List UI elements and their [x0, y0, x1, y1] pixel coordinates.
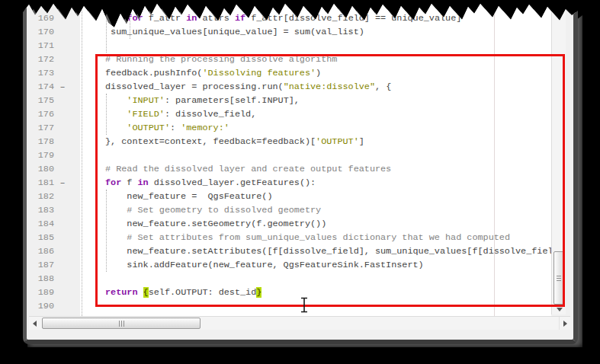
code-line-170[interactable]: sum_unique_values[unique_value] = sum(va… — [80, 25, 551, 39]
scroll-left-button[interactable] — [29, 317, 40, 330]
fold-margin — [54, 148, 71, 162]
red-annotation-rectangle — [95, 54, 565, 307]
triangle-down-icon — [557, 308, 563, 311]
line-number: 180 — [27, 162, 54, 176]
triangle-left-icon — [33, 321, 37, 327]
gutter-row: 175 — [27, 94, 80, 107]
line-number: 176 — [27, 107, 54, 121]
gutter-row: 183 — [27, 203, 80, 217]
gutter-row: 173 — [27, 66, 80, 80]
triangle-right-icon — [563, 321, 567, 327]
gutter-row: 181– — [27, 176, 80, 190]
line-number: 170 — [27, 25, 54, 39]
fold-margin — [54, 11, 71, 25]
line-number: 182 — [27, 190, 54, 203]
fold-margin — [54, 107, 71, 121]
line-number: 179 — [27, 148, 54, 162]
line-number: 185 — [27, 231, 54, 244]
line-number: 175 — [27, 94, 54, 107]
line-number: 169 — [27, 11, 54, 25]
gutter-row: 189 — [27, 286, 80, 299]
gutter-row: 184 — [27, 217, 80, 231]
gutter-row: 176 — [27, 107, 80, 121]
gutter-row: 177 — [27, 121, 80, 135]
gutter-row: 186 — [27, 244, 80, 258]
line-number: 178 — [27, 135, 54, 148]
text-cursor-ibeam-icon — [300, 297, 309, 317]
fold-margin — [54, 162, 71, 176]
line-number: 183 — [27, 203, 54, 217]
fold-marker-icon[interactable]: – — [54, 176, 71, 190]
line-number: 173 — [27, 66, 54, 80]
gutter-row: 180 — [27, 162, 80, 176]
fold-margin — [54, 244, 71, 258]
gutter-row: 178 — [27, 135, 80, 148]
fold-margin — [54, 299, 71, 313]
fold-margin — [54, 121, 71, 135]
fold-margin — [54, 258, 71, 272]
scrollbar-grip-icon — [119, 321, 125, 327]
gutter-row: 190 — [27, 299, 80, 313]
fold-margin — [54, 190, 71, 203]
fold-margin — [54, 135, 71, 148]
fold-marker-icon[interactable]: – — [54, 80, 71, 94]
code-editor-window: 169170171172173174–175176177178179180181… — [23, 0, 578, 344]
line-number: 188 — [27, 272, 54, 286]
gutter-row: 171 — [27, 39, 80, 53]
gutter-row: 174– — [27, 80, 80, 94]
fold-margin — [54, 39, 71, 53]
gutter-row: 182 — [27, 190, 80, 203]
scroll-right-button[interactable] — [559, 317, 570, 330]
fold-margin — [54, 53, 71, 66]
line-number: 174 — [27, 80, 54, 94]
gutter-row: 185 — [27, 231, 80, 244]
fold-margin — [54, 66, 71, 80]
horizontal-scrollbar-thumb[interactable] — [42, 318, 201, 329]
line-number: 189 — [27, 286, 54, 299]
line-number: 184 — [27, 217, 54, 231]
gutter-row: 187 — [27, 258, 80, 272]
fold-margin — [54, 94, 71, 107]
line-number: 190 — [27, 299, 54, 313]
line-number-gutter: 169170171172173174–175176177178179180181… — [27, 0, 80, 316]
fold-margin — [54, 203, 71, 217]
fold-margin — [54, 231, 71, 244]
fold-margin — [54, 272, 71, 286]
gutter-row: 188 — [27, 272, 80, 286]
fold-margin — [54, 286, 71, 299]
line-number: 171 — [27, 39, 54, 53]
line-number: 181 — [27, 176, 54, 190]
horizontal-scrollbar[interactable] — [29, 316, 570, 330]
line-number: 187 — [27, 258, 54, 272]
line-number: 177 — [27, 121, 54, 135]
gutter-row: 170 — [27, 25, 80, 39]
gutter-row: 179 — [27, 148, 80, 162]
line-number: 172 — [27, 53, 54, 66]
fold-margin — [54, 25, 71, 39]
code-line-171[interactable] — [80, 39, 551, 53]
fold-margin — [54, 217, 71, 231]
gutter-row: 172 — [27, 53, 80, 66]
line-number: 186 — [27, 244, 54, 258]
